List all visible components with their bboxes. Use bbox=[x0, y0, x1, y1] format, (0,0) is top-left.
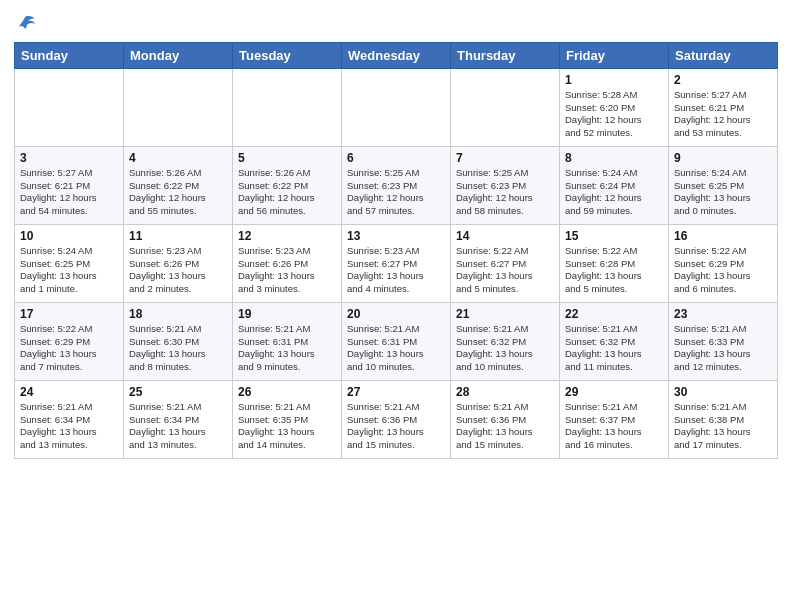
day-cell bbox=[451, 68, 560, 146]
day-cell: 12Sunrise: 5:23 AM Sunset: 6:26 PM Dayli… bbox=[233, 224, 342, 302]
day-info: Sunrise: 5:21 AM Sunset: 6:35 PM Dayligh… bbox=[238, 401, 336, 452]
day-info: Sunrise: 5:21 AM Sunset: 6:37 PM Dayligh… bbox=[565, 401, 663, 452]
day-cell bbox=[124, 68, 233, 146]
day-number: 13 bbox=[347, 229, 445, 243]
day-info: Sunrise: 5:21 AM Sunset: 6:31 PM Dayligh… bbox=[347, 323, 445, 374]
day-cell: 30Sunrise: 5:21 AM Sunset: 6:38 PM Dayli… bbox=[669, 380, 778, 458]
page: SundayMondayTuesdayWednesdayThursdayFrid… bbox=[0, 0, 792, 612]
day-number: 8 bbox=[565, 151, 663, 165]
day-cell: 5Sunrise: 5:26 AM Sunset: 6:22 PM Daylig… bbox=[233, 146, 342, 224]
day-cell: 24Sunrise: 5:21 AM Sunset: 6:34 PM Dayli… bbox=[15, 380, 124, 458]
day-number: 23 bbox=[674, 307, 772, 321]
logo bbox=[14, 14, 37, 34]
header bbox=[14, 10, 778, 34]
day-number: 26 bbox=[238, 385, 336, 399]
day-cell: 14Sunrise: 5:22 AM Sunset: 6:27 PM Dayli… bbox=[451, 224, 560, 302]
day-number: 21 bbox=[456, 307, 554, 321]
day-cell: 17Sunrise: 5:22 AM Sunset: 6:29 PM Dayli… bbox=[15, 302, 124, 380]
day-cell: 2Sunrise: 5:27 AM Sunset: 6:21 PM Daylig… bbox=[669, 68, 778, 146]
day-info: Sunrise: 5:23 AM Sunset: 6:27 PM Dayligh… bbox=[347, 245, 445, 296]
day-number: 5 bbox=[238, 151, 336, 165]
day-info: Sunrise: 5:23 AM Sunset: 6:26 PM Dayligh… bbox=[129, 245, 227, 296]
day-info: Sunrise: 5:24 AM Sunset: 6:24 PM Dayligh… bbox=[565, 167, 663, 218]
day-info: Sunrise: 5:21 AM Sunset: 6:32 PM Dayligh… bbox=[565, 323, 663, 374]
day-cell: 3Sunrise: 5:27 AM Sunset: 6:21 PM Daylig… bbox=[15, 146, 124, 224]
day-number: 6 bbox=[347, 151, 445, 165]
weekday-header-row: SundayMondayTuesdayWednesdayThursdayFrid… bbox=[15, 42, 778, 68]
day-cell: 22Sunrise: 5:21 AM Sunset: 6:32 PM Dayli… bbox=[560, 302, 669, 380]
day-cell: 23Sunrise: 5:21 AM Sunset: 6:33 PM Dayli… bbox=[669, 302, 778, 380]
week-row-2: 3Sunrise: 5:27 AM Sunset: 6:21 PM Daylig… bbox=[15, 146, 778, 224]
day-info: Sunrise: 5:27 AM Sunset: 6:21 PM Dayligh… bbox=[674, 89, 772, 140]
day-cell: 9Sunrise: 5:24 AM Sunset: 6:25 PM Daylig… bbox=[669, 146, 778, 224]
calendar: SundayMondayTuesdayWednesdayThursdayFrid… bbox=[14, 42, 778, 459]
day-number: 25 bbox=[129, 385, 227, 399]
day-cell bbox=[15, 68, 124, 146]
week-row-3: 10Sunrise: 5:24 AM Sunset: 6:25 PM Dayli… bbox=[15, 224, 778, 302]
day-info: Sunrise: 5:21 AM Sunset: 6:34 PM Dayligh… bbox=[129, 401, 227, 452]
logo-content bbox=[14, 14, 37, 34]
day-info: Sunrise: 5:21 AM Sunset: 6:30 PM Dayligh… bbox=[129, 323, 227, 374]
day-number: 9 bbox=[674, 151, 772, 165]
day-cell: 27Sunrise: 5:21 AM Sunset: 6:36 PM Dayli… bbox=[342, 380, 451, 458]
day-number: 30 bbox=[674, 385, 772, 399]
day-number: 14 bbox=[456, 229, 554, 243]
day-info: Sunrise: 5:28 AM Sunset: 6:20 PM Dayligh… bbox=[565, 89, 663, 140]
weekday-friday: Friday bbox=[560, 42, 669, 68]
day-info: Sunrise: 5:22 AM Sunset: 6:29 PM Dayligh… bbox=[674, 245, 772, 296]
day-info: Sunrise: 5:22 AM Sunset: 6:27 PM Dayligh… bbox=[456, 245, 554, 296]
day-info: Sunrise: 5:21 AM Sunset: 6:31 PM Dayligh… bbox=[238, 323, 336, 374]
week-row-1: 1Sunrise: 5:28 AM Sunset: 6:20 PM Daylig… bbox=[15, 68, 778, 146]
day-cell: 4Sunrise: 5:26 AM Sunset: 6:22 PM Daylig… bbox=[124, 146, 233, 224]
day-info: Sunrise: 5:24 AM Sunset: 6:25 PM Dayligh… bbox=[674, 167, 772, 218]
day-info: Sunrise: 5:22 AM Sunset: 6:28 PM Dayligh… bbox=[565, 245, 663, 296]
week-row-5: 24Sunrise: 5:21 AM Sunset: 6:34 PM Dayli… bbox=[15, 380, 778, 458]
day-cell: 15Sunrise: 5:22 AM Sunset: 6:28 PM Dayli… bbox=[560, 224, 669, 302]
day-cell: 18Sunrise: 5:21 AM Sunset: 6:30 PM Dayli… bbox=[124, 302, 233, 380]
day-number: 22 bbox=[565, 307, 663, 321]
day-number: 19 bbox=[238, 307, 336, 321]
weekday-saturday: Saturday bbox=[669, 42, 778, 68]
day-cell: 26Sunrise: 5:21 AM Sunset: 6:35 PM Dayli… bbox=[233, 380, 342, 458]
day-info: Sunrise: 5:21 AM Sunset: 6:38 PM Dayligh… bbox=[674, 401, 772, 452]
day-cell bbox=[342, 68, 451, 146]
day-info: Sunrise: 5:23 AM Sunset: 6:26 PM Dayligh… bbox=[238, 245, 336, 296]
day-cell: 10Sunrise: 5:24 AM Sunset: 6:25 PM Dayli… bbox=[15, 224, 124, 302]
day-info: Sunrise: 5:27 AM Sunset: 6:21 PM Dayligh… bbox=[20, 167, 118, 218]
day-number: 28 bbox=[456, 385, 554, 399]
weekday-tuesday: Tuesday bbox=[233, 42, 342, 68]
day-cell: 6Sunrise: 5:25 AM Sunset: 6:23 PM Daylig… bbox=[342, 146, 451, 224]
day-cell: 19Sunrise: 5:21 AM Sunset: 6:31 PM Dayli… bbox=[233, 302, 342, 380]
day-cell: 21Sunrise: 5:21 AM Sunset: 6:32 PM Dayli… bbox=[451, 302, 560, 380]
day-number: 29 bbox=[565, 385, 663, 399]
day-number: 15 bbox=[565, 229, 663, 243]
day-info: Sunrise: 5:26 AM Sunset: 6:22 PM Dayligh… bbox=[129, 167, 227, 218]
day-info: Sunrise: 5:26 AM Sunset: 6:22 PM Dayligh… bbox=[238, 167, 336, 218]
day-number: 10 bbox=[20, 229, 118, 243]
day-number: 2 bbox=[674, 73, 772, 87]
weekday-thursday: Thursday bbox=[451, 42, 560, 68]
logo-bird-icon bbox=[15, 15, 35, 33]
day-info: Sunrise: 5:25 AM Sunset: 6:23 PM Dayligh… bbox=[347, 167, 445, 218]
day-number: 11 bbox=[129, 229, 227, 243]
day-cell: 11Sunrise: 5:23 AM Sunset: 6:26 PM Dayli… bbox=[124, 224, 233, 302]
day-cell bbox=[233, 68, 342, 146]
day-number: 27 bbox=[347, 385, 445, 399]
day-info: Sunrise: 5:21 AM Sunset: 6:36 PM Dayligh… bbox=[456, 401, 554, 452]
day-number: 1 bbox=[565, 73, 663, 87]
day-info: Sunrise: 5:21 AM Sunset: 6:34 PM Dayligh… bbox=[20, 401, 118, 452]
day-info: Sunrise: 5:22 AM Sunset: 6:29 PM Dayligh… bbox=[20, 323, 118, 374]
day-info: Sunrise: 5:21 AM Sunset: 6:32 PM Dayligh… bbox=[456, 323, 554, 374]
day-cell: 28Sunrise: 5:21 AM Sunset: 6:36 PM Dayli… bbox=[451, 380, 560, 458]
day-info: Sunrise: 5:21 AM Sunset: 6:33 PM Dayligh… bbox=[674, 323, 772, 374]
day-number: 18 bbox=[129, 307, 227, 321]
day-cell: 13Sunrise: 5:23 AM Sunset: 6:27 PM Dayli… bbox=[342, 224, 451, 302]
day-number: 12 bbox=[238, 229, 336, 243]
day-info: Sunrise: 5:25 AM Sunset: 6:23 PM Dayligh… bbox=[456, 167, 554, 218]
day-cell: 7Sunrise: 5:25 AM Sunset: 6:23 PM Daylig… bbox=[451, 146, 560, 224]
weekday-monday: Monday bbox=[124, 42, 233, 68]
day-number: 20 bbox=[347, 307, 445, 321]
week-row-4: 17Sunrise: 5:22 AM Sunset: 6:29 PM Dayli… bbox=[15, 302, 778, 380]
day-info: Sunrise: 5:21 AM Sunset: 6:36 PM Dayligh… bbox=[347, 401, 445, 452]
day-info: Sunrise: 5:24 AM Sunset: 6:25 PM Dayligh… bbox=[20, 245, 118, 296]
